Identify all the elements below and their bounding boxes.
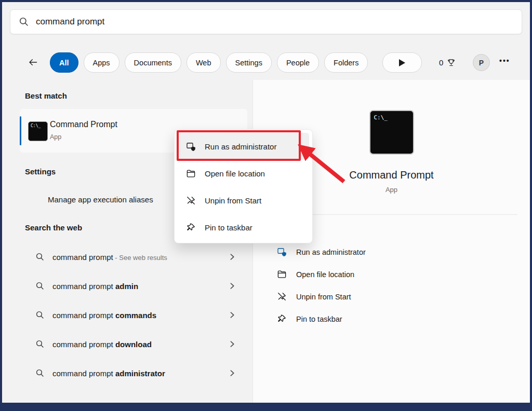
play-icon <box>399 59 405 66</box>
search-icon <box>35 281 45 291</box>
chevron-right-icon[interactable] <box>228 340 236 348</box>
filter-tab-all[interactable]: All <box>50 52 78 73</box>
filter-tab-apps[interactable]: Apps <box>84 52 119 73</box>
filter-bar: All Apps Documents Web Settings People F… <box>2 51 530 74</box>
menu-item-label: Unpin from Start <box>205 196 261 205</box>
chevron-right-icon[interactable] <box>228 253 236 261</box>
pin-icon <box>186 223 196 232</box>
run-as-administrator-icon <box>277 247 287 257</box>
menu-open-file-location[interactable]: Open file location <box>178 160 309 187</box>
web-suggestion-2[interactable]: command prompt admin <box>20 271 247 300</box>
rewards-count: 0 <box>439 58 443 67</box>
filter-tab-settings[interactable]: Settings <box>226 52 272 73</box>
suggestion-text: command prompt download <box>52 340 152 349</box>
search-web-heading: Search the web <box>25 223 82 232</box>
chevron-right-icon[interactable] <box>228 369 236 377</box>
rewards-counter[interactable]: 0 <box>439 56 456 68</box>
search-icon <box>35 252 45 262</box>
window-bottom-bar <box>2 403 530 409</box>
filter-tab-people[interactable]: People <box>277 52 319 73</box>
action-label: Run as administrator <box>296 248 366 256</box>
rewards-trophy-icon <box>447 58 456 67</box>
suggestion-text: command prompt commands <box>52 311 156 320</box>
cmd-icon-text: C:\_ <box>374 114 388 121</box>
web-suggestion-5[interactable]: command prompt administrator <box>20 359 247 388</box>
best-match-title: Command Prompt <box>50 120 117 129</box>
web-suggestion-1[interactable]: command prompt - See web results <box>20 242 247 271</box>
search-query-text: command prompt <box>36 17 104 27</box>
action-open-file-location[interactable]: Open file location <box>277 263 530 285</box>
preview-actions: Run as administrator Open file location … <box>253 241 530 330</box>
suggestion-text: command prompt - See web results <box>52 253 167 262</box>
action-label: Open file location <box>296 270 354 279</box>
suggestion-text: command prompt administrator <box>52 369 165 378</box>
best-match-subtitle: App <box>50 133 61 141</box>
more-options-button[interactable]: ••• <box>499 57 510 65</box>
search-icon <box>35 310 45 320</box>
selection-accent-bar <box>20 116 21 145</box>
menu-unpin-from-start[interactable]: Unpin from Start <box>178 187 309 214</box>
filter-tab-folders[interactable]: Folders <box>324 52 368 73</box>
search-icon <box>35 368 45 378</box>
filter-tab-web[interactable]: Web <box>187 52 221 73</box>
cmd-icon-text: C:\_ <box>31 124 41 128</box>
action-label: Pin to taskbar <box>296 315 342 323</box>
best-match-heading: Best match <box>25 91 67 100</box>
action-run-as-administrator[interactable]: Run as administrator <box>277 241 530 263</box>
annotation-highlight-box <box>177 130 301 161</box>
folder-icon <box>277 269 287 279</box>
web-suggestion-3[interactable]: command prompt commands <box>20 300 247 330</box>
folder-icon <box>186 169 196 179</box>
search-input[interactable]: command prompt <box>10 9 522 34</box>
search-icon <box>19 17 29 27</box>
unpin-icon <box>277 292 287 302</box>
suggestion-text: command prompt admin <box>52 282 138 291</box>
unpin-icon <box>186 196 196 206</box>
preview-app-subtitle: App <box>385 186 397 194</box>
menu-item-label: Open file location <box>205 169 265 178</box>
menu-item-label: Pin to taskbar <box>205 223 252 232</box>
command-prompt-icon: C:\_ <box>28 121 48 141</box>
action-label: Unpin from Start <box>296 293 351 301</box>
search-icon <box>35 339 45 349</box>
menu-pin-to-taskbar[interactable]: Pin to taskbar <box>178 214 309 241</box>
web-suggestion-4[interactable]: command prompt download <box>20 330 247 359</box>
windows-search-window: command prompt All Apps Documents Web Se… <box>0 0 532 411</box>
filter-tabs: All Apps Documents Web Settings People F… <box>50 52 422 73</box>
filter-scroll-button[interactable] <box>382 52 422 73</box>
settings-heading: Settings <box>25 167 56 176</box>
action-pin-to-taskbar[interactable]: Pin to taskbar <box>277 308 530 330</box>
pin-icon <box>277 314 287 324</box>
account-avatar[interactable]: P <box>473 54 490 71</box>
preview-app-title: Command Prompt <box>349 169 433 181</box>
filter-tab-documents[interactable]: Documents <box>125 52 181 73</box>
command-prompt-icon-large: C:\_ <box>369 110 414 155</box>
settings-result-manage-aliases[interactable]: Manage app execution aliases <box>48 195 153 204</box>
chevron-right-icon[interactable] <box>228 282 236 290</box>
action-unpin-from-start[interactable]: Unpin from Start <box>277 285 530 308</box>
annotation-arrow <box>292 138 354 190</box>
chevron-right-icon[interactable] <box>228 311 236 319</box>
back-button[interactable] <box>25 55 41 70</box>
